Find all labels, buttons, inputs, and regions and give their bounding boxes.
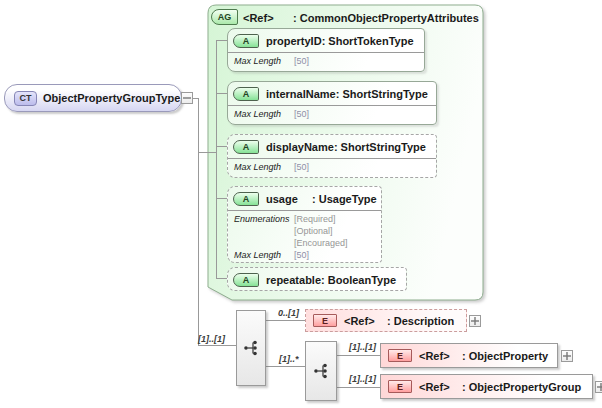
expand-toggle-objectpropertygroup[interactable] xyxy=(595,381,602,393)
attribute-node-internalname[interactable]: A internalName : ShortStringType Max Len… xyxy=(227,81,437,125)
facet-value: [50] xyxy=(294,249,309,261)
element-node-objectproperty[interactable]: E <Ref> : ObjectProperty xyxy=(380,343,558,368)
facet-label: Enumerations xyxy=(234,213,294,224)
attribute-type: : BooleanType xyxy=(321,274,396,286)
facet-value: [50] xyxy=(294,108,309,120)
expand-toggle-description[interactable] xyxy=(469,315,481,327)
cardinality-label-objectproperty: [1]..[1] xyxy=(349,342,376,352)
attribute-group-ref: <Ref> xyxy=(243,12,293,24)
facet-value: [Encouraged] xyxy=(294,237,348,249)
attribute-badge: A xyxy=(233,87,259,101)
expand-toggle-objectproperty[interactable] xyxy=(561,350,573,362)
attribute-badge: A xyxy=(233,140,259,154)
attribute-title: A repeatable : BooleanType xyxy=(228,268,406,291)
element-type: : Description xyxy=(387,315,454,327)
attribute-badge: A xyxy=(233,273,259,287)
attribute-type: : ShortTokenType xyxy=(322,35,414,47)
attribute-group-type: : CommonObjectPropertyAttributes xyxy=(293,12,479,24)
choice-icon xyxy=(313,362,329,380)
plus-icon xyxy=(597,383,602,391)
facet-value: [50] xyxy=(294,161,309,173)
element-badge: E xyxy=(388,349,412,362)
facet-value: [50] xyxy=(294,55,309,67)
attribute-node-propertyid[interactable]: A propertyID : ShortTokenType Max Length… xyxy=(227,28,425,72)
attribute-facets: Enumerations [Required] [Optional] [Enco… xyxy=(228,210,381,261)
attribute-title: A usage : UsageType xyxy=(228,187,381,210)
facet-label: Max Length xyxy=(234,161,294,172)
facet-enumeration-values: [Required] [Optional] [Encouraged] xyxy=(294,213,348,249)
facet-label: Max Length xyxy=(234,108,294,119)
cardinality-label-root: [1]..[1] xyxy=(198,334,225,344)
cardinality-label-objectpropertygroup: [1]..[1] xyxy=(349,374,376,384)
attribute-title: A displayName : ShortStringType xyxy=(228,135,436,158)
attribute-name: propertyID xyxy=(266,35,322,47)
attribute-name: internalName xyxy=(266,88,336,100)
attribute-name: displayName xyxy=(266,141,334,153)
element-badge: E xyxy=(313,314,337,327)
complex-type-node[interactable]: CT ObjectPropertyGroupType xyxy=(4,84,182,112)
facet-value: [Required] xyxy=(294,213,348,225)
cardinality-label-description: 0..[1] xyxy=(278,308,299,318)
attribute-name: usage xyxy=(266,193,312,205)
complex-type-badge: CT xyxy=(14,91,37,106)
attribute-facets: Max Length [50] xyxy=(228,158,436,173)
facet-label: Max Length xyxy=(234,249,294,260)
choice-connector-1[interactable] xyxy=(236,310,266,386)
plus-icon xyxy=(471,317,479,325)
minus-icon xyxy=(183,94,191,102)
attribute-node-displayname[interactable]: A displayName : ShortStringType Max Leng… xyxy=(227,134,437,178)
attribute-group-header: <Ref> : CommonObjectPropertyAttributes xyxy=(243,10,479,25)
attribute-facets: Max Length [50] xyxy=(228,52,424,67)
attribute-title: A internalName : ShortStringType xyxy=(228,82,436,105)
attribute-node-repeatable[interactable]: A repeatable : BooleanType xyxy=(227,267,407,291)
collapse-toggle[interactable] xyxy=(181,92,193,104)
xsd-diagram-canvas: CT ObjectPropertyGroupType AG <Ref> : Co… xyxy=(0,0,602,408)
element-badge: E xyxy=(388,380,412,393)
element-node-description[interactable]: E <Ref> : Description xyxy=(305,309,467,332)
element-type: : ObjectPropertyGroup xyxy=(462,381,581,393)
facet-value: [Optional] xyxy=(294,225,348,237)
attribute-badge: A xyxy=(233,34,259,48)
attribute-name: repeatable xyxy=(266,274,321,286)
choice-icon xyxy=(243,339,259,357)
facet-label: Max Length xyxy=(234,55,294,66)
attribute-title: A propertyID : ShortTokenType xyxy=(228,29,424,52)
attribute-facets: Max Length [50] xyxy=(228,105,436,120)
plus-icon xyxy=(563,352,571,360)
attribute-node-usage[interactable]: A usage : UsageType Enumerations [Requir… xyxy=(227,186,382,263)
element-ref: <Ref> xyxy=(419,350,462,362)
choice-connector-2[interactable] xyxy=(305,341,337,401)
attribute-badge: A xyxy=(233,192,259,206)
attribute-type: : UsageType xyxy=(312,193,377,205)
cardinality-label-choice2: [1]..* xyxy=(279,354,299,364)
element-node-objectpropertygroup[interactable]: E <Ref> : ObjectPropertyGroup xyxy=(380,374,593,399)
attribute-type: : ShortStringType xyxy=(336,88,428,100)
attribute-type: : ShortStringType xyxy=(334,141,426,153)
complex-type-name: ObjectPropertyGroupType xyxy=(43,92,180,104)
element-ref: <Ref> xyxy=(419,381,462,393)
element-ref: <Ref> xyxy=(344,315,387,327)
attribute-group-badge: AG xyxy=(211,9,238,25)
element-type: : ObjectProperty xyxy=(462,350,548,362)
